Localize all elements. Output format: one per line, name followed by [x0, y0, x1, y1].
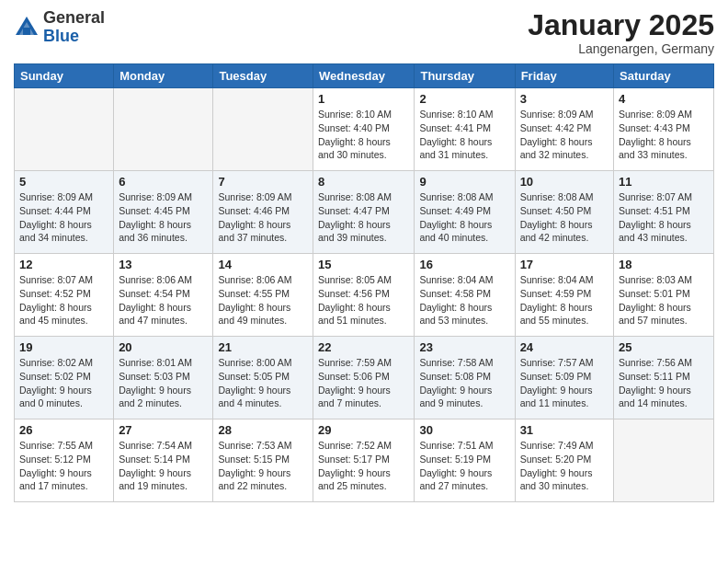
- calendar-cell: 25Sunrise: 7:56 AM Sunset: 5:11 PM Dayli…: [614, 337, 714, 419]
- day-info: Sunrise: 8:10 AM Sunset: 4:40 PM Dayligh…: [318, 108, 409, 162]
- day-info: Sunrise: 7:51 AM Sunset: 5:19 PM Dayligh…: [419, 439, 509, 493]
- day-info: Sunrise: 7:52 AM Sunset: 5:17 PM Dayligh…: [318, 439, 409, 493]
- calendar-cell: [614, 419, 714, 502]
- calendar-cell: [213, 88, 313, 171]
- day-info: Sunrise: 8:03 AM Sunset: 5:01 PM Dayligh…: [619, 273, 709, 327]
- day-info: Sunrise: 8:09 AM Sunset: 4:44 PM Dayligh…: [19, 190, 108, 245]
- day-number: 8: [318, 175, 409, 189]
- calendar-cell: 16Sunrise: 8:04 AM Sunset: 4:58 PM Dayli…: [415, 254, 515, 337]
- col-sunday: Sunday: [15, 64, 114, 88]
- day-info: Sunrise: 7:55 AM Sunset: 5:12 PM Dayligh…: [19, 439, 108, 493]
- day-number: 21: [218, 340, 308, 354]
- calendar-cell: 17Sunrise: 8:04 AM Sunset: 4:59 PM Dayli…: [515, 254, 613, 337]
- calendar-cell: 13Sunrise: 8:06 AM Sunset: 4:54 PM Dayli…: [114, 254, 213, 337]
- day-info: Sunrise: 7:56 AM Sunset: 5:11 PM Dayligh…: [619, 356, 709, 410]
- calendar-cell: 5Sunrise: 8:09 AM Sunset: 4:44 PM Daylig…: [15, 171, 114, 254]
- calendar-cell: 30Sunrise: 7:51 AM Sunset: 5:19 PM Dayli…: [415, 419, 515, 502]
- logo-icon: [14, 15, 40, 40]
- day-info: Sunrise: 7:49 AM Sunset: 5:20 PM Dayligh…: [520, 439, 609, 493]
- col-friday: Friday: [515, 64, 613, 88]
- calendar-cell: [15, 88, 114, 171]
- calendar-cell: 31Sunrise: 7:49 AM Sunset: 5:20 PM Dayli…: [515, 419, 613, 502]
- day-number: 31: [520, 423, 609, 437]
- day-number: 27: [119, 423, 208, 437]
- day-number: 1: [318, 92, 409, 106]
- day-info: Sunrise: 8:09 AM Sunset: 4:43 PM Dayligh…: [619, 108, 709, 162]
- header: General Blue January 2025 Langenargen, G…: [14, 9, 714, 56]
- calendar-cell: 20Sunrise: 8:01 AM Sunset: 5:03 PM Dayli…: [114, 337, 213, 419]
- calendar-week-row: 1Sunrise: 8:10 AM Sunset: 4:40 PM Daylig…: [15, 88, 714, 171]
- logo-blue: Blue: [43, 27, 79, 45]
- day-number: 12: [19, 258, 108, 271]
- day-info: Sunrise: 8:00 AM Sunset: 5:05 PM Dayligh…: [218, 356, 308, 410]
- col-thursday: Thursday: [415, 64, 515, 88]
- calendar-week-row: 26Sunrise: 7:55 AM Sunset: 5:12 PM Dayli…: [15, 419, 714, 502]
- svg-rect-2: [23, 28, 30, 35]
- calendar-week-row: 12Sunrise: 8:07 AM Sunset: 4:52 PM Dayli…: [15, 254, 714, 337]
- calendar: Sunday Monday Tuesday Wednesday Thursday…: [14, 63, 714, 502]
- calendar-cell: 28Sunrise: 7:53 AM Sunset: 5:15 PM Dayli…: [213, 419, 313, 502]
- calendar-cell: 27Sunrise: 7:54 AM Sunset: 5:14 PM Dayli…: [114, 419, 213, 502]
- day-info: Sunrise: 8:07 AM Sunset: 4:51 PM Dayligh…: [619, 190, 709, 245]
- logo: General Blue: [14, 9, 105, 46]
- calendar-cell: 1Sunrise: 8:10 AM Sunset: 4:40 PM Daylig…: [313, 88, 415, 171]
- day-info: Sunrise: 7:54 AM Sunset: 5:14 PM Dayligh…: [119, 439, 208, 493]
- day-number: 11: [619, 175, 709, 189]
- calendar-cell: 18Sunrise: 8:03 AM Sunset: 5:01 PM Dayli…: [614, 254, 714, 337]
- day-info: Sunrise: 7:58 AM Sunset: 5:08 PM Dayligh…: [419, 356, 509, 410]
- calendar-cell: 21Sunrise: 8:00 AM Sunset: 5:05 PM Dayli…: [213, 337, 313, 419]
- day-number: 24: [520, 340, 609, 354]
- calendar-cell: 19Sunrise: 8:02 AM Sunset: 5:02 PM Dayli…: [15, 337, 114, 419]
- day-number: 15: [318, 258, 409, 271]
- day-info: Sunrise: 7:57 AM Sunset: 5:09 PM Dayligh…: [520, 356, 609, 410]
- day-number: 10: [520, 175, 609, 189]
- day-number: 18: [619, 258, 709, 271]
- calendar-week-row: 19Sunrise: 8:02 AM Sunset: 5:02 PM Dayli…: [15, 337, 714, 419]
- day-info: Sunrise: 8:06 AM Sunset: 4:55 PM Dayligh…: [218, 273, 308, 327]
- day-number: 20: [119, 340, 208, 354]
- title-block: January 2025 Langenargen, Germany: [528, 9, 714, 56]
- day-info: Sunrise: 8:08 AM Sunset: 4:49 PM Dayligh…: [419, 190, 509, 245]
- day-number: 30: [419, 423, 509, 437]
- day-info: Sunrise: 8:05 AM Sunset: 4:56 PM Dayligh…: [318, 273, 409, 327]
- location: Langenargen, Germany: [528, 41, 714, 56]
- day-info: Sunrise: 8:04 AM Sunset: 4:58 PM Dayligh…: [419, 273, 509, 327]
- day-info: Sunrise: 8:09 AM Sunset: 4:42 PM Dayligh…: [520, 108, 609, 162]
- calendar-cell: 11Sunrise: 8:07 AM Sunset: 4:51 PM Dayli…: [614, 171, 714, 254]
- col-tuesday: Tuesday: [213, 64, 313, 88]
- month-title: January 2025: [528, 9, 714, 41]
- day-info: Sunrise: 8:09 AM Sunset: 4:46 PM Dayligh…: [218, 190, 308, 245]
- calendar-cell: [114, 88, 213, 171]
- day-info: Sunrise: 8:09 AM Sunset: 4:45 PM Dayligh…: [119, 190, 208, 245]
- day-info: Sunrise: 8:02 AM Sunset: 5:02 PM Dayligh…: [19, 356, 108, 410]
- calendar-cell: 12Sunrise: 8:07 AM Sunset: 4:52 PM Dayli…: [15, 254, 114, 337]
- calendar-header-row: Sunday Monday Tuesday Wednesday Thursday…: [15, 64, 714, 88]
- day-number: 9: [419, 175, 509, 189]
- day-info: Sunrise: 8:06 AM Sunset: 4:54 PM Dayligh…: [119, 273, 208, 327]
- calendar-cell: 4Sunrise: 8:09 AM Sunset: 4:43 PM Daylig…: [614, 88, 714, 171]
- day-number: 3: [520, 92, 609, 106]
- day-info: Sunrise: 8:08 AM Sunset: 4:47 PM Dayligh…: [318, 190, 409, 245]
- calendar-cell: 29Sunrise: 7:52 AM Sunset: 5:17 PM Dayli…: [313, 419, 415, 502]
- calendar-cell: 26Sunrise: 7:55 AM Sunset: 5:12 PM Dayli…: [15, 419, 114, 502]
- day-info: Sunrise: 8:10 AM Sunset: 4:41 PM Dayligh…: [419, 108, 509, 162]
- logo-text: General Blue: [43, 9, 105, 46]
- calendar-cell: 23Sunrise: 7:58 AM Sunset: 5:08 PM Dayli…: [415, 337, 515, 419]
- day-number: 5: [19, 175, 108, 189]
- calendar-cell: 15Sunrise: 8:05 AM Sunset: 4:56 PM Dayli…: [313, 254, 415, 337]
- calendar-cell: 8Sunrise: 8:08 AM Sunset: 4:47 PM Daylig…: [313, 171, 415, 254]
- day-info: Sunrise: 8:07 AM Sunset: 4:52 PM Dayligh…: [19, 273, 108, 327]
- calendar-cell: 6Sunrise: 8:09 AM Sunset: 4:45 PM Daylig…: [114, 171, 213, 254]
- day-info: Sunrise: 8:08 AM Sunset: 4:50 PM Dayligh…: [520, 190, 609, 245]
- calendar-cell: 24Sunrise: 7:57 AM Sunset: 5:09 PM Dayli…: [515, 337, 613, 419]
- calendar-cell: 10Sunrise: 8:08 AM Sunset: 4:50 PM Dayli…: [515, 171, 613, 254]
- calendar-cell: 3Sunrise: 8:09 AM Sunset: 4:42 PM Daylig…: [515, 88, 613, 171]
- logo-general: General: [43, 8, 105, 27]
- col-saturday: Saturday: [614, 64, 714, 88]
- calendar-cell: 22Sunrise: 7:59 AM Sunset: 5:06 PM Dayli…: [313, 337, 415, 419]
- calendar-cell: 9Sunrise: 8:08 AM Sunset: 4:49 PM Daylig…: [415, 171, 515, 254]
- day-info: Sunrise: 7:53 AM Sunset: 5:15 PM Dayligh…: [218, 439, 308, 493]
- day-number: 19: [19, 340, 108, 354]
- day-number: 25: [619, 340, 709, 354]
- calendar-cell: 7Sunrise: 8:09 AM Sunset: 4:46 PM Daylig…: [213, 171, 313, 254]
